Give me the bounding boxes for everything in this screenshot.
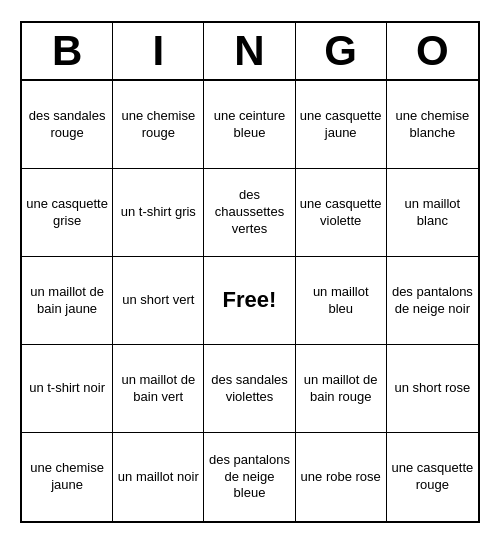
bingo-cell: des chaussettes vertes [204, 169, 295, 257]
header-letter: O [387, 23, 478, 79]
bingo-header: BINGO [22, 23, 478, 81]
bingo-cell: un short rose [387, 345, 478, 433]
bingo-cell: Free! [204, 257, 295, 345]
bingo-cell: des sandales violettes [204, 345, 295, 433]
bingo-cell: un t-shirt gris [113, 169, 204, 257]
bingo-cell: un t-shirt noir [22, 345, 113, 433]
bingo-cell: une ceinture bleue [204, 81, 295, 169]
bingo-cell: des pantalons de neige noir [387, 257, 478, 345]
bingo-cell: des sandales rouge [22, 81, 113, 169]
bingo-cell: une casquette rouge [387, 433, 478, 521]
bingo-cell: une robe rose [296, 433, 387, 521]
bingo-cell: un maillot de bain rouge [296, 345, 387, 433]
bingo-card: BINGO des sandales rougeune chemise roug… [20, 21, 480, 523]
header-letter: N [204, 23, 295, 79]
header-letter: I [113, 23, 204, 79]
header-letter: B [22, 23, 113, 79]
bingo-cell: des pantalons de neige bleue [204, 433, 295, 521]
bingo-cell: une casquette jaune [296, 81, 387, 169]
bingo-cell: un maillot de bain vert [113, 345, 204, 433]
bingo-cell: un short vert [113, 257, 204, 345]
bingo-cell: une casquette grise [22, 169, 113, 257]
bingo-cell: un maillot de bain jaune [22, 257, 113, 345]
bingo-cell: une chemise jaune [22, 433, 113, 521]
bingo-cell: une casquette violette [296, 169, 387, 257]
bingo-grid: des sandales rougeune chemise rougeune c… [22, 81, 478, 521]
header-letter: G [296, 23, 387, 79]
bingo-cell: une chemise rouge [113, 81, 204, 169]
bingo-cell: un maillot noir [113, 433, 204, 521]
bingo-cell: un maillot bleu [296, 257, 387, 345]
bingo-cell: un maillot blanc [387, 169, 478, 257]
bingo-cell: une chemise blanche [387, 81, 478, 169]
